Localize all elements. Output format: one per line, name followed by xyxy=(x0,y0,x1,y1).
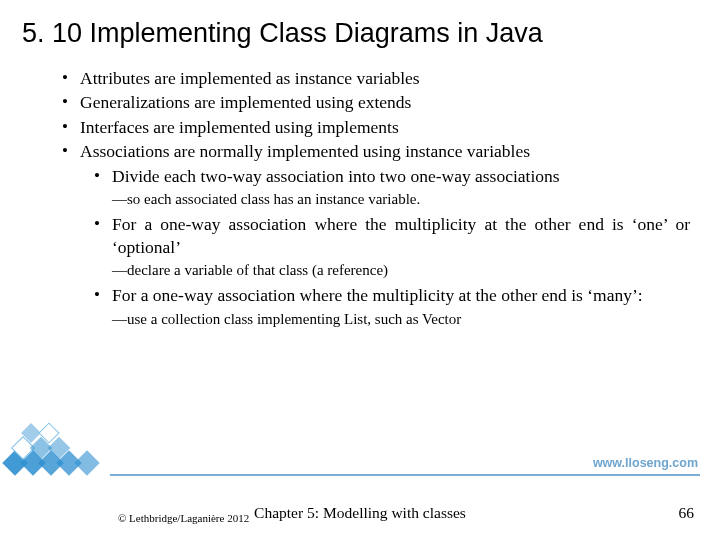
bullet-generalizations: Generalizations are implemented using ex… xyxy=(62,91,690,113)
note-many: —use a collection class implementing Lis… xyxy=(80,310,690,329)
chapter-title: Chapter 5: Modelling with classes xyxy=(0,504,720,522)
divider-line xyxy=(110,474,700,476)
bullet-interfaces: Interfaces are implemented using impleme… xyxy=(62,116,690,138)
bullet-associations-text: Associations are normally implemented us… xyxy=(80,141,530,161)
bullet-attributes: Attributes are implemented as instance v… xyxy=(62,67,690,89)
svg-rect-4 xyxy=(74,450,99,475)
website-url: www.lloseng.com xyxy=(587,456,698,470)
footer: © Lethbridge/Laganière 2012 Chapter 5: M… xyxy=(0,502,720,526)
sub-many: For a one-way association where the mult… xyxy=(94,284,690,306)
corner-decoration-icon xyxy=(0,410,120,482)
note-two-way: —so each associated class has an instanc… xyxy=(80,190,690,209)
slide-content: Attributes are implemented as instance v… xyxy=(0,57,720,329)
sub-one-optional: For a one-way association where the mult… xyxy=(94,213,690,258)
note-one-optional: —declare a variable of that class (a ref… xyxy=(80,261,690,280)
bullet-associations: Associations are normally implemented us… xyxy=(62,140,690,329)
sub-two-way: Divide each two-way association into two… xyxy=(94,165,690,187)
page-number: 66 xyxy=(679,504,695,522)
slide-title: 5. 10 Implementing Class Diagrams in Jav… xyxy=(0,0,720,57)
